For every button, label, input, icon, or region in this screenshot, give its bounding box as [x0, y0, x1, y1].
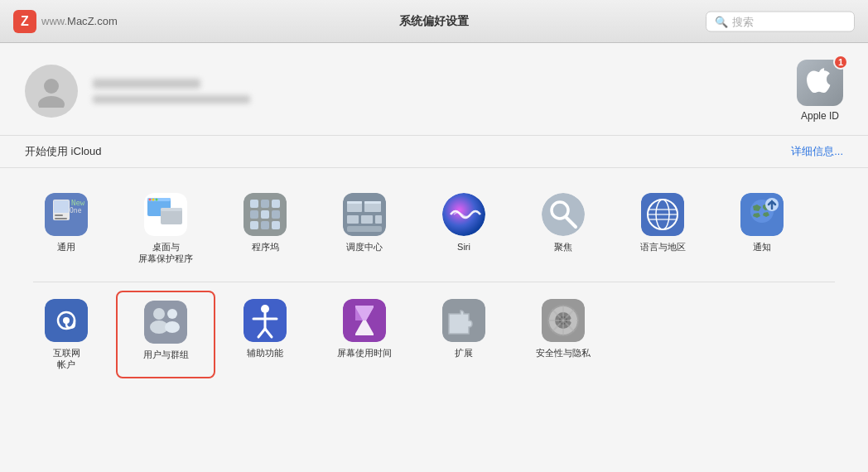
pref-icon-internet	[45, 299, 88, 342]
pref-label-security: 安全性与隐私	[536, 347, 591, 359]
svg-point-36	[442, 193, 485, 236]
pref-label-mission: 调度中心	[346, 241, 383, 253]
screentime-icon	[343, 299, 386, 342]
svg-rect-19	[261, 200, 269, 208]
pref-icon-extensions	[442, 299, 485, 342]
notifications-icon	[740, 193, 784, 236]
pref-label-notifications: 通知	[753, 241, 771, 253]
profile-section: 1 Apple ID	[0, 43, 868, 136]
titlebar-url: www.MacZ.com	[41, 15, 118, 27]
extensions-icon	[442, 299, 485, 342]
svg-point-13	[152, 199, 155, 201]
search-input[interactable]	[732, 15, 848, 27]
pref-item-security[interactable]: 安全性与隐私	[514, 291, 613, 379]
apple-id-section[interactable]: 1 Apple ID	[797, 60, 843, 122]
pref-item-screentime[interactable]: 屏幕使用时间	[315, 291, 414, 379]
svg-rect-29	[347, 201, 362, 204]
pref-item-desktop[interactable]: 桌面与 屏幕保护程序	[116, 185, 215, 273]
svg-point-14	[156, 199, 158, 201]
svg-rect-52	[144, 301, 187, 344]
pref-item-spotlight[interactable]: 聚焦	[514, 185, 613, 273]
pref-label-extensions: 扩展	[455, 347, 473, 359]
pref-icon-notifications	[740, 193, 784, 236]
pref-icon-users	[144, 301, 187, 344]
pref-label-spotlight: 聚焦	[554, 241, 572, 253]
pref-item-siri[interactable]: Siri	[414, 185, 514, 273]
titlebar-logo-area: Z www.MacZ.com	[13, 10, 118, 33]
pref-icon-general: New One	[45, 193, 88, 236]
search-icon: 🔍	[715, 15, 728, 27]
svg-rect-35	[347, 226, 382, 232]
pref-item-notifications[interactable]: 通知	[712, 185, 812, 273]
prefs-grid: New One 通用	[0, 168, 868, 395]
avatar	[25, 65, 78, 118]
icloud-detail-link[interactable]: 详细信息...	[791, 144, 843, 159]
row-separator	[33, 282, 835, 282]
pref-icon-siri	[442, 193, 485, 236]
svg-rect-25	[261, 221, 269, 229]
spotlight-icon	[542, 193, 585, 236]
prefs-row-1: New One 通用	[17, 185, 851, 273]
svg-rect-24	[250, 221, 258, 229]
svg-point-12	[149, 199, 152, 201]
dock-icon	[244, 193, 287, 236]
svg-rect-26	[272, 221, 280, 229]
pref-label-dock: 程序坞	[252, 241, 279, 253]
svg-point-55	[167, 309, 177, 319]
profile-email-blur	[93, 95, 250, 104]
pref-label-language: 语言与地区	[640, 241, 686, 253]
pref-item-general[interactable]: New One 通用	[17, 185, 116, 273]
svg-rect-16	[161, 208, 182, 211]
titlebar: Z www.MacZ.com 系统偏好设置 🔍	[0, 0, 868, 43]
internet-icon	[45, 299, 88, 342]
pref-icon-security	[542, 299, 585, 342]
pref-icon-language	[641, 193, 684, 236]
pref-label-users: 用户与群组	[143, 349, 189, 360]
svg-rect-33	[361, 215, 373, 224]
pref-item-accessibility[interactable]: 辅助功能	[215, 291, 315, 379]
pref-item-extensions[interactable]: 扩展	[414, 291, 514, 379]
svg-rect-4	[54, 200, 69, 213]
svg-rect-32	[347, 215, 359, 224]
pref-item-mission[interactable]: 调度中心	[315, 185, 414, 273]
svg-point-53	[153, 308, 165, 320]
svg-rect-20	[272, 200, 280, 208]
window-title: 系统偏好设置	[399, 14, 469, 29]
url-www: www.	[41, 15, 67, 27]
pref-icon-screentime	[343, 299, 386, 342]
pref-item-language[interactable]: 语言与地区	[613, 185, 712, 273]
svg-rect-73	[570, 319, 576, 322]
svg-rect-22	[261, 210, 269, 219]
pref-label-screentime: 屏幕使用时间	[337, 347, 392, 359]
pref-label-accessibility: 辅助功能	[247, 347, 283, 359]
apple-id-icon: 1	[797, 60, 843, 106]
accessibility-icon	[244, 299, 287, 342]
svg-text:One: One	[70, 207, 82, 214]
pref-label-siri: Siri	[457, 241, 470, 253]
pref-icon-spotlight	[542, 193, 585, 236]
profile-name-blur	[93, 79, 200, 89]
search-box[interactable]: 🔍	[706, 11, 855, 31]
pref-item-users[interactable]: 用户与群组	[116, 291, 215, 379]
svg-rect-31	[364, 201, 381, 204]
svg-rect-34	[375, 215, 382, 224]
svg-point-37	[542, 193, 585, 236]
profile-left	[25, 65, 250, 118]
pref-item-dock[interactable]: 程序坞	[215, 185, 315, 273]
pref-icon-desktop	[144, 193, 187, 236]
general-icon: New One	[45, 193, 88, 236]
svg-rect-23	[272, 210, 280, 219]
apple-logo-icon	[805, 68, 835, 98]
language-icon	[641, 193, 684, 236]
pref-label-desktop: 桌面与 屏幕保护程序	[138, 241, 193, 265]
svg-rect-21	[250, 210, 258, 219]
profile-info	[93, 79, 250, 104]
pref-icon-mission	[343, 193, 386, 236]
pref-item-internet[interactable]: 互联网 帐户	[17, 291, 116, 379]
prefs-row-2: 互联网 帐户 用户与群组	[17, 291, 851, 379]
siri-icon	[442, 193, 485, 236]
pref-icon-dock	[244, 193, 287, 236]
svg-text:New: New	[71, 199, 85, 207]
users-icon	[144, 301, 187, 344]
pref-icon-accessibility	[244, 299, 287, 342]
